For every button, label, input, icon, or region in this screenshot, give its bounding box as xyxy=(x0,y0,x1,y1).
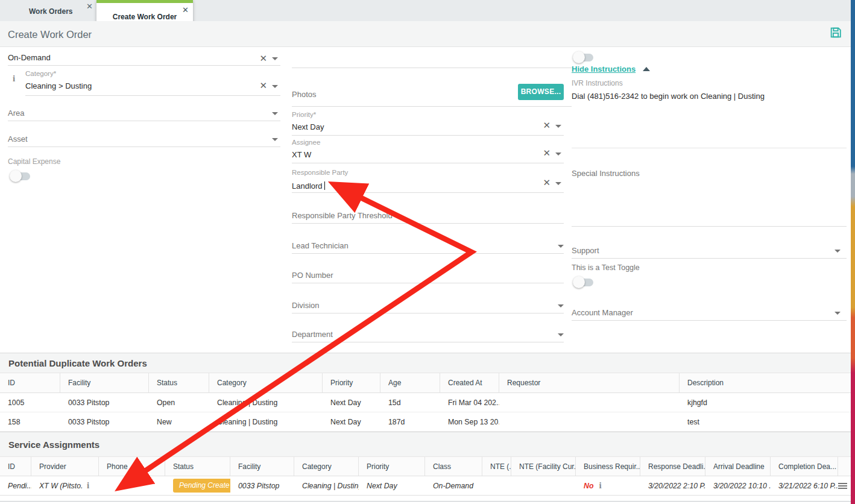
test-toggle-label: This is a Test Toggle xyxy=(572,263,640,272)
field-underline xyxy=(8,146,280,147)
chevron-down-icon[interactable] xyxy=(834,250,841,253)
cell-provider: XT W (Pitsto... i xyxy=(31,476,99,495)
field-underline xyxy=(572,226,847,227)
cell-description: kjhgfd xyxy=(680,393,855,412)
lead-technician-field[interactable]: Lead Technician xyxy=(292,240,564,254)
cell-age: 187d xyxy=(380,412,440,431)
table-row[interactable]: 1005 0033 Pitstop Open Cleaning | Dustin… xyxy=(0,393,855,412)
special-instructions-field[interactable]: Special Instructions xyxy=(572,168,847,227)
responsible-party-threshold-field[interactable]: Responsible Party Threshold xyxy=(292,210,564,224)
lead-technician-label: Lead Technician xyxy=(292,241,349,250)
special-instructions-label: Special Instructions xyxy=(572,169,640,178)
column-header[interactable]: ID xyxy=(0,373,60,392)
cell-arrival-deadline: 3/20/2022 10:10 ... xyxy=(705,476,771,495)
column-header[interactable]: Requestor xyxy=(499,373,680,392)
cell-id: 1005 xyxy=(0,393,60,412)
close-icon[interactable]: ✕ xyxy=(182,5,189,14)
cell-facility: 0033 Pitstop xyxy=(60,412,149,431)
cell-nte xyxy=(482,476,511,495)
department-field[interactable]: Department xyxy=(292,329,564,342)
info-icon[interactable]: i xyxy=(13,74,15,83)
column-header[interactable]: Age xyxy=(380,373,440,392)
assignee-field[interactable]: Assignee XT W ✕ xyxy=(292,139,564,163)
chevron-down-icon[interactable] xyxy=(555,125,561,128)
cell-business-required: No i xyxy=(576,476,640,495)
cell-id: Pendi... xyxy=(0,476,31,495)
clear-icon[interactable]: ✕ xyxy=(543,178,551,187)
clear-icon[interactable]: ✕ xyxy=(543,148,551,157)
category-field[interactable]: Category* Cleaning > Dusting ✕ xyxy=(25,70,280,96)
column-header[interactable]: Phone xyxy=(99,457,165,476)
clear-icon[interactable]: ✕ xyxy=(259,54,267,63)
capital-expense-label: Capital Expense xyxy=(8,157,60,166)
column-header[interactable]: Status xyxy=(165,457,230,476)
column-header[interactable]: Response Deadli... xyxy=(640,457,705,476)
column-header[interactable]: Created At xyxy=(440,373,499,392)
clear-icon[interactable]: ✕ xyxy=(543,121,551,130)
chevron-down-icon[interactable] xyxy=(558,304,564,307)
column-header[interactable]: Description xyxy=(680,373,855,392)
hide-instructions-link[interactable]: Hide Instructions xyxy=(572,63,650,74)
close-icon[interactable]: ✕ xyxy=(86,2,93,11)
chevron-down-icon[interactable] xyxy=(272,57,278,60)
chevron-down-icon[interactable] xyxy=(555,182,561,185)
photos-field[interactable]: Photos BROWSE... xyxy=(292,88,572,107)
instructions-toggle[interactable] xyxy=(573,51,595,63)
po-number-field[interactable]: PO Number xyxy=(292,269,564,283)
cell-priority: Next Day xyxy=(359,476,425,495)
column-header[interactable]: Facility xyxy=(60,373,149,392)
business-required-value: No xyxy=(584,482,593,490)
test-toggle[interactable] xyxy=(573,276,595,288)
cell-category: Cleaning | Dusting xyxy=(209,393,323,412)
column-header[interactable]: Status xyxy=(149,373,209,392)
asset-field[interactable]: Asset xyxy=(8,133,280,147)
priority-value: Next Day xyxy=(292,122,564,131)
area-field[interactable]: Area xyxy=(8,107,280,121)
chevron-down-icon[interactable] xyxy=(272,112,278,115)
column-header[interactable]: Class xyxy=(425,457,482,476)
support-field[interactable]: Support xyxy=(572,245,847,259)
column-header[interactable]: Provider xyxy=(31,457,99,476)
priority-field[interactable]: Priority* Next Day ✕ xyxy=(292,111,564,136)
photos-label: Photos xyxy=(292,90,316,99)
chevron-down-icon[interactable] xyxy=(272,85,278,88)
responsible-party-field[interactable]: Responsible Party Landlord ✕ xyxy=(292,169,564,193)
account-manager-field[interactable]: Account Manager xyxy=(572,307,847,321)
column-header[interactable]: Business Requir... xyxy=(576,457,640,476)
column-header[interactable]: Category xyxy=(294,457,359,476)
info-icon[interactable]: i xyxy=(599,481,601,490)
chevron-down-icon[interactable] xyxy=(558,333,564,336)
bottom-divider xyxy=(0,501,855,502)
capital-expense-toggle[interactable] xyxy=(10,170,31,182)
chevron-down-icon[interactable] xyxy=(558,245,564,248)
column-header[interactable]: NTE (Facility Cur... xyxy=(511,457,576,476)
info-icon[interactable]: i xyxy=(87,481,89,490)
menu-icon[interactable] xyxy=(838,482,847,490)
toggle-knob xyxy=(573,276,585,288)
chevron-down-icon[interactable] xyxy=(272,138,278,141)
column-header[interactable]: NTE (... xyxy=(482,457,511,476)
division-field[interactable]: Division xyxy=(292,300,564,313)
column-header[interactable]: Facility xyxy=(230,457,294,476)
table-row[interactable]: 158 0033 Pitstop New Cleaning | Dusting … xyxy=(0,412,855,432)
column-header[interactable]: Priority xyxy=(359,457,425,476)
tab-bar: Work Orders ✕ Create Work Order ✕ xyxy=(0,0,855,21)
column-header[interactable]: Category xyxy=(209,373,323,392)
clear-icon[interactable]: ✕ xyxy=(259,81,267,90)
save-icon[interactable] xyxy=(829,26,842,39)
work-order-type-field[interactable]: On-Demand ✕ xyxy=(8,52,280,66)
page-title: Create Work Order xyxy=(8,29,92,40)
column-header[interactable]: ID xyxy=(0,457,31,476)
ivr-instructions-text: Dial (481)516-2342 to begin work on Clea… xyxy=(572,92,765,101)
empty-field[interactable] xyxy=(292,60,572,68)
assignment-row[interactable]: Pendi... XT W (Pitsto... i Pending Creat… xyxy=(0,476,855,496)
field-underline xyxy=(292,192,564,193)
column-header[interactable]: Completion Dea... xyxy=(771,457,838,476)
tab-work-orders[interactable]: Work Orders xyxy=(12,0,96,21)
chevron-down-icon[interactable] xyxy=(834,312,841,315)
column-header[interactable]: Priority xyxy=(323,373,380,392)
ivr-instructions-label: IVR Instructions xyxy=(572,79,623,87)
column-header[interactable]: Arrival Deadline xyxy=(705,457,771,476)
chevron-down-icon[interactable] xyxy=(555,153,561,156)
browse-button[interactable]: BROWSE... xyxy=(518,84,564,100)
